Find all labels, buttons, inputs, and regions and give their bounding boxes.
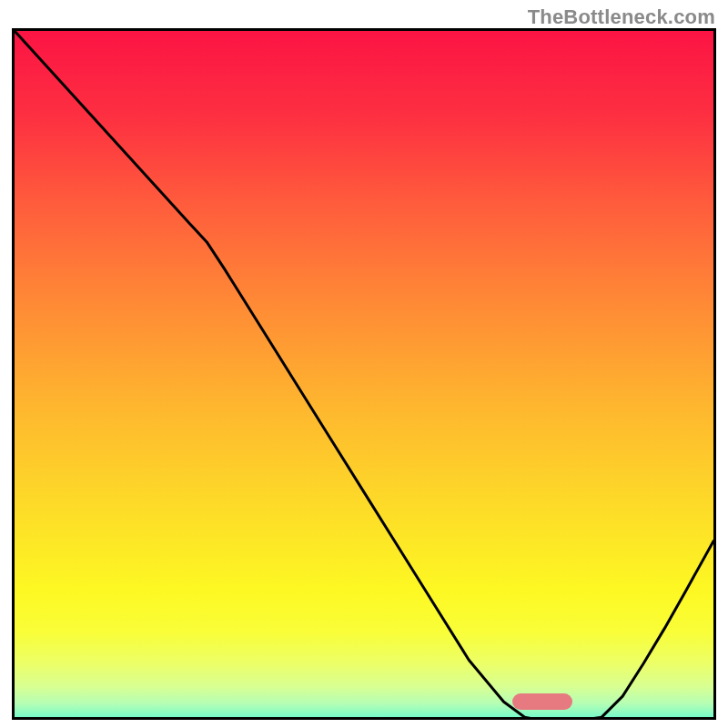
optimum-marker xyxy=(512,693,572,710)
watermark-text: TheBottleneck.com xyxy=(528,5,715,29)
chart-line xyxy=(15,31,713,720)
chart-frame xyxy=(12,28,716,720)
